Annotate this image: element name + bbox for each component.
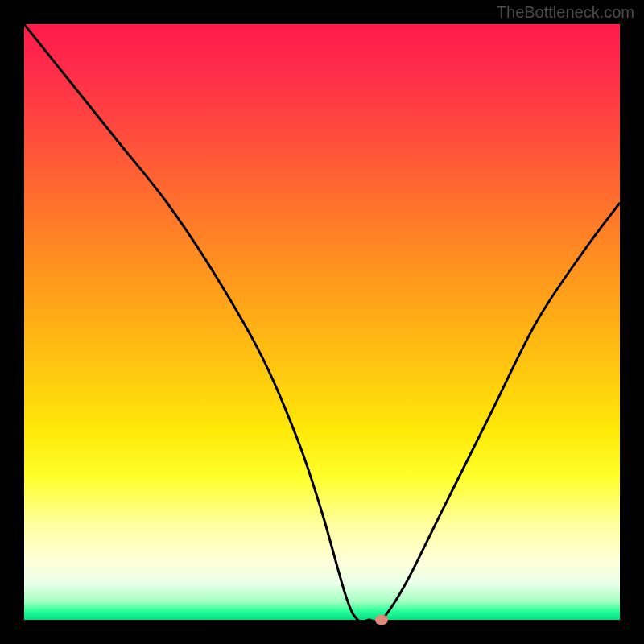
watermark-text: TheBottleneck.com xyxy=(497,3,634,22)
minimum-marker xyxy=(375,615,388,625)
plot-area xyxy=(24,24,620,620)
curve-svg xyxy=(24,24,620,620)
bottleneck-curve xyxy=(24,24,620,620)
